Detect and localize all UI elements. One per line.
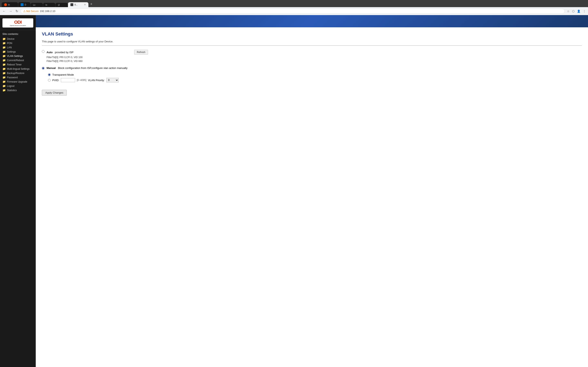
folder-icon: 📁 xyxy=(2,59,6,62)
sidebar-label-commit-reboot: Commit/Reboot xyxy=(7,59,24,62)
sidebar-item-settings[interactable]: 📁 Settings xyxy=(0,50,36,54)
logo-area: ODI Optical Device Innovation xyxy=(0,17,36,30)
tab-bar: In D Lo In (2 B... ✕ + xyxy=(2,1,586,7)
sidebar-label-password: Password xyxy=(7,76,18,79)
transparent-mode-row: Transparent Mode xyxy=(48,73,119,76)
warning-icon: ⚠ xyxy=(23,9,26,13)
sidebar-item-firmware-upgrade[interactable]: 📁 Firmware Upgrade xyxy=(0,80,36,84)
vlan-form: Auto provided by ISP Refresh FilterTbl[0… xyxy=(42,50,148,96)
page-description: This page is used to configure VLAN sett… xyxy=(42,40,582,43)
address-text: 192.168.2.10 xyxy=(40,9,562,13)
menu-button[interactable]: ⋮ xyxy=(582,9,586,13)
pvid-input[interactable] xyxy=(61,78,75,82)
pvid-label: PVID: xyxy=(52,79,59,82)
auto-label-desc: provided by ISP xyxy=(55,51,73,54)
folder-icon: 📁 xyxy=(2,42,6,45)
folder-icon: 📁 xyxy=(2,50,6,53)
folder-icon: 📁 xyxy=(2,89,6,92)
sidebar-label-logout: Logout xyxy=(7,85,15,87)
folder-icon: 📁 xyxy=(2,46,6,49)
tab-1[interactable]: In xyxy=(2,2,18,7)
sidebar-label-pon: PON xyxy=(7,42,12,45)
filter-tbl-1: FilterTbl[0]: PRI 0,CFI 0, VID 100 xyxy=(47,55,148,59)
auto-option-label: Auto provided by ISP xyxy=(47,51,73,54)
logo-box: ODI Optical Device Innovation xyxy=(2,18,33,27)
folder-icon: 📁 xyxy=(2,84,6,87)
sidebar-label-settings: Settings xyxy=(7,50,16,53)
new-tab-button[interactable]: + xyxy=(89,1,94,7)
auto-radio[interactable] xyxy=(42,50,44,53)
profile-button[interactable]: 👤 xyxy=(576,9,581,13)
transparent-mode-radio[interactable] xyxy=(48,73,51,76)
folder-icon: 📁 xyxy=(2,80,6,83)
address-actions: ☆ ⬡ 👤 ⋮ xyxy=(566,9,586,13)
folder-icon: 📁 xyxy=(2,76,6,79)
site-contents-label: Site contents: xyxy=(0,32,36,37)
folder-icon: 📁 xyxy=(2,54,6,58)
auto-option-row: Auto provided by ISP Refresh FilterTbl[0… xyxy=(42,50,148,63)
browser-chrome: In D Lo In (2 B... ✕ + xyxy=(0,0,588,7)
tab-2[interactable]: D xyxy=(18,2,30,7)
sidebar-item-vlan-settings[interactable]: 📁 VLAN Settings xyxy=(0,54,36,58)
content-header xyxy=(36,15,588,27)
sidebar-item-reboot-timer[interactable]: 📁 Reboot Timer xyxy=(0,62,36,67)
sidebar-item-password[interactable]: 📁 Password xyxy=(0,75,36,80)
manual-label-desc: Block configuration from ISP,configure v… xyxy=(58,67,128,69)
divider xyxy=(42,45,582,46)
manual-label-strong: Manual xyxy=(47,67,56,69)
sidebar-item-logout[interactable]: 📁 Logout xyxy=(0,84,36,88)
auto-label-strong: Auto xyxy=(47,51,53,54)
sidebar-label-firmware-upgrade: Firmware Upgrade xyxy=(7,80,27,83)
extensions-button[interactable]: ⬡ xyxy=(571,9,575,13)
transparent-mode-label: Transparent Mode xyxy=(52,73,74,76)
sidebar-label-backup-restore: Backup/Restore xyxy=(7,72,24,75)
vlan-priority-label: VLAN Priority: xyxy=(88,79,105,82)
close-tab-icon[interactable]: ✕ xyxy=(84,3,86,6)
manual-option-row: Manual Block configuration from ISP,conf… xyxy=(42,67,148,82)
sidebar-label-lan: LAN xyxy=(7,46,12,49)
refresh-button[interactable]: Refresh xyxy=(134,50,148,55)
sidebar: ODI Optical Device Innovation Site conte… xyxy=(0,15,36,367)
pvid-radio[interactable] xyxy=(48,79,51,82)
content-area: VLAN Settings This page is used to confi… xyxy=(36,15,588,367)
main-layout: ODI Optical Device Innovation Site conte… xyxy=(0,15,588,367)
sidebar-item-lan[interactable]: 📁 LAN xyxy=(0,45,36,50)
filter-info: FilterTbl[0]: PRI 0,CFI 0, VID 100 Filte… xyxy=(47,55,148,63)
sidebar-label-reboot-timer: Reboot Timer xyxy=(7,63,22,66)
address-bar-row: ← → ↻ ⚠ Not Secure 192.168.2.10 ☆ ⬡ 👤 ⋮ xyxy=(0,7,588,15)
folder-icon: 📁 xyxy=(2,67,6,70)
folder-icon: 📁 xyxy=(2,72,6,75)
pvid-row: PVID: [0~4095] VLAN Priority: 0 1 2 3 4 … xyxy=(48,78,119,82)
back-button[interactable]: ← xyxy=(2,8,7,14)
manual-content: Transparent Mode PVID: [0~4095] VLAN Pri… xyxy=(48,73,119,82)
sidebar-item-statistics[interactable]: 📁 Statistics xyxy=(0,88,36,92)
not-secure-label: Not Secure xyxy=(26,10,39,13)
sidebar-label-vlan-settings: VLAN Settings xyxy=(7,55,23,58)
tab-4[interactable]: In xyxy=(43,3,55,7)
sidebar-label-statistics: Statistics xyxy=(7,89,17,92)
sidebar-item-backup-restore[interactable]: 📁 Backup/Restore xyxy=(0,71,36,75)
tab-active[interactable]: B... ✕ xyxy=(68,2,88,7)
folder-icon: 📁 xyxy=(2,37,6,40)
tab-3[interactable]: Lo xyxy=(31,3,43,7)
logo-text: ODI xyxy=(14,20,21,25)
sidebar-item-device[interactable]: 📁 Device xyxy=(0,37,36,41)
auto-label-area: Auto provided by ISP Refresh FilterTbl[0… xyxy=(47,50,148,63)
active-tab-label: B... xyxy=(75,4,83,6)
sidebar-item-commit-reboot[interactable]: 📁 Commit/Reboot xyxy=(0,58,36,62)
sidebar-item-multilingual[interactable]: 📁 Multi-lingual Settings xyxy=(0,67,36,71)
address-bar[interactable]: ⚠ Not Secure 192.168.2.10 xyxy=(21,8,565,14)
tab-5[interactable]: (2 xyxy=(56,3,68,7)
page-title: VLAN Settings xyxy=(42,31,582,37)
filter-tbl-2: FilterTbl[0]: PRI 0,CFI 0, VID 660 xyxy=(47,59,148,63)
sidebar-label-device: Device xyxy=(7,38,15,40)
sidebar-item-pon[interactable]: 📁 PON xyxy=(0,41,36,45)
apply-changes-button[interactable]: Apply Changes xyxy=(42,90,67,96)
folder-icon: 📁 xyxy=(2,63,6,66)
bookmark-button[interactable]: ☆ xyxy=(566,9,570,13)
not-secure-indicator: ⚠ Not Secure xyxy=(23,9,39,13)
vlan-priority-select[interactable]: 0 1 2 3 4 5 6 7 xyxy=(106,78,119,82)
forward-button[interactable]: → xyxy=(8,8,13,14)
reload-button[interactable]: ↻ xyxy=(15,8,19,14)
manual-radio[interactable] xyxy=(42,67,44,69)
